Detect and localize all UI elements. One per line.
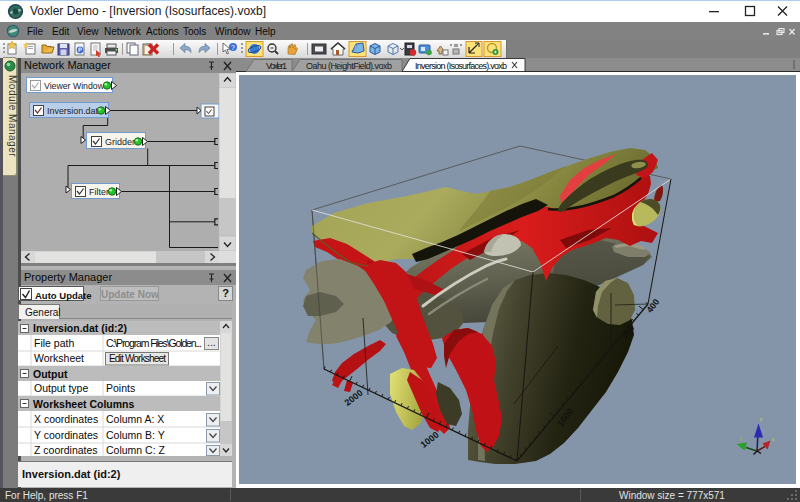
svg-text:y: y xyxy=(740,435,743,441)
svg-text:Column A: X: Column A: X xyxy=(106,413,164,425)
svg-text:Voxler1: Voxler1 xyxy=(266,61,287,71)
svg-text:Inversion (Isosurfaces).voxb: Inversion (Isosurfaces).voxb xyxy=(415,61,507,71)
svg-text:Inversion.dat (id:2): Inversion.dat (id:2) xyxy=(33,322,127,334)
svg-text:Gridder: Gridder xyxy=(105,136,136,147)
svg-text:Inversion.dat: Inversion.dat xyxy=(47,105,98,116)
svg-text:Oahu (HeightField).voxb: Oahu (HeightField).voxb xyxy=(306,61,392,71)
svg-text:X coordinates: X coordinates xyxy=(34,413,98,425)
svg-text:Output: Output xyxy=(33,368,68,380)
svg-text:Filter: Filter xyxy=(89,186,110,197)
svg-text:Worksheet Columns: Worksheet Columns xyxy=(33,398,134,410)
svg-text:Column B: Y: Column B: Y xyxy=(106,429,165,441)
svg-text:Worksheet: Worksheet xyxy=(34,352,84,364)
svg-text:Output type: Output type xyxy=(34,382,88,394)
svg-text:Y coordinates: Y coordinates xyxy=(34,429,98,441)
svg-text:x: x xyxy=(772,436,775,442)
svg-text:File path: File path xyxy=(34,337,74,349)
svg-text:C:\Program Files\Golden...: C:\Program Files\Golden... xyxy=(106,337,202,349)
svg-text:Viewer Window: Viewer Window xyxy=(44,80,104,91)
svg-text:...: ... xyxy=(207,336,216,348)
svg-text:Edit Worksheet: Edit Worksheet xyxy=(109,353,166,364)
svg-text:Points: Points xyxy=(106,382,135,394)
svg-text:?: ? xyxy=(231,44,235,51)
svg-text:Z coordinates: Z coordinates xyxy=(34,444,98,456)
svg-text:z: z xyxy=(760,416,763,422)
svg-text:Column C: Z: Column C: Z xyxy=(106,444,166,456)
